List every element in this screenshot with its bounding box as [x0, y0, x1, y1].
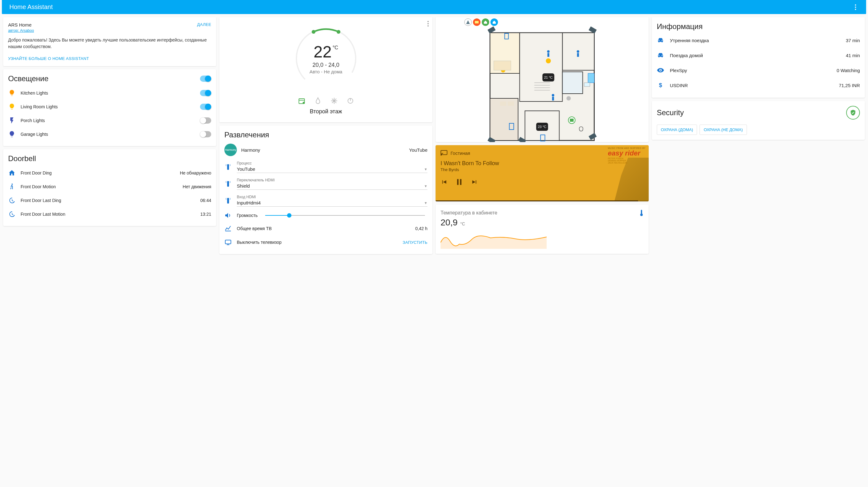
- light-label[interactable]: Living Room Lights: [21, 104, 195, 109]
- light-toggle[interactable]: [200, 104, 211, 110]
- arm-home-button[interactable]: ОХРАНА (ДОМА): [657, 124, 697, 135]
- svg-point-3: [337, 30, 340, 34]
- power-icon[interactable]: [347, 97, 354, 105]
- tv-off-label[interactable]: Выключить телевизор: [237, 240, 398, 245]
- car-icon: [657, 52, 664, 59]
- svg-rect-38: [552, 97, 554, 101]
- welcome-author-link[interactable]: автор: Arsaboo: [8, 28, 34, 33]
- thermostat-dial[interactable]: 22°C 20,0 - 24,0 Авто - Не дома: [292, 24, 360, 93]
- floorplan-card[interactable]: 21 °C 23 °C: [436, 17, 649, 142]
- svg-rect-34: [548, 53, 550, 57]
- svg-rect-20: [475, 21, 478, 23]
- cast-icon[interactable]: [440, 150, 447, 156]
- flame-icon[interactable]: [314, 97, 322, 105]
- run-button[interactable]: ЗАПУСТИТЬ: [403, 240, 428, 245]
- light-label[interactable]: Porch Lights: [21, 118, 195, 123]
- harmony-device-name[interactable]: Harmony: [241, 147, 405, 153]
- lighting-row: Porch Lights: [8, 114, 211, 127]
- chevron-down-icon: ▼: [424, 184, 428, 188]
- security-card: Security ОХРАНА (ДОМА) ОХРАНА (НЕ ДОМА): [652, 101, 865, 140]
- volume-slider[interactable]: [265, 215, 425, 216]
- thermostat-menu-button[interactable]: [428, 21, 429, 27]
- fp-badge-1[interactable]: [464, 19, 472, 26]
- remote-icon: [224, 163, 232, 171]
- doorbell-row: Front Door Motion Нет движения: [8, 180, 211, 194]
- harmony-avatar-icon[interactable]: Harmony: [224, 144, 237, 156]
- info-card: Информация Утренняя поездка 37 min Поезд…: [652, 17, 865, 98]
- light-toggle[interactable]: [200, 131, 211, 137]
- info-row: Утренняя поездка 37 min: [657, 33, 860, 48]
- svg-point-30: [567, 96, 571, 101]
- process-label: Процесс: [237, 161, 428, 166]
- info-row: Поездка домой 41 min: [657, 48, 860, 63]
- thermostat-name[interactable]: Второй этаж: [224, 108, 428, 117]
- history-icon: [8, 210, 16, 218]
- sensor-name[interactable]: Температура в кабинете: [440, 210, 497, 216]
- learn-more-link[interactable]: УЗНАЙТЕ БОЛЬШЕ О HOME ASSISTANT: [8, 56, 89, 61]
- dollar-icon: $: [657, 82, 664, 89]
- topbar-menu-button[interactable]: [852, 2, 859, 12]
- fp-badge-3[interactable]: [482, 19, 489, 26]
- light-label[interactable]: Kitchen Lights: [21, 90, 195, 95]
- welcome-title: ARS Home: [8, 22, 34, 27]
- svg-point-6: [303, 102, 305, 104]
- hdmi-switch-label: Переключатель HDMI: [237, 178, 428, 182]
- svg-rect-61: [460, 179, 461, 185]
- thermostat-temp: 22°C: [314, 42, 338, 61]
- light-label[interactable]: Garage Lights: [21, 132, 195, 137]
- calendar-icon[interactable]: [298, 97, 306, 105]
- lighting-row: Garage Lights: [8, 127, 211, 141]
- next-button[interactable]: ДАЛЕЕ: [197, 22, 211, 27]
- svg-point-37: [552, 94, 554, 96]
- hdmi-in-select[interactable]: InputHdmi4▼: [237, 199, 428, 207]
- doorbell-title: Doorbell: [8, 154, 211, 163]
- svg-rect-56: [500, 102, 506, 106]
- doorbell-label[interactable]: Front Door Motion: [21, 184, 178, 189]
- info-label[interactable]: USDINR: [670, 83, 833, 88]
- doorbell-label[interactable]: Front Door Ding: [21, 170, 175, 175]
- col-2: 22°C 20,0 - 24,0 Авто - Не дома Второй э…: [219, 17, 432, 254]
- lighting-master-toggle[interactable]: [200, 76, 211, 82]
- svg-point-64: [660, 69, 661, 71]
- svg-rect-50: [584, 83, 590, 86]
- light-toggle[interactable]: [200, 117, 211, 124]
- arm-away-button[interactable]: ОХРАНА (НЕ ДОМА): [700, 124, 747, 135]
- doorbell-label[interactable]: Front Door Last Motion: [21, 212, 195, 217]
- media-player-card: MUSIC FROM AND INSPIRED BY easy rider PE…: [436, 145, 649, 201]
- walk-icon: [8, 183, 16, 191]
- info-label[interactable]: PlexSpy: [670, 68, 831, 73]
- sensor-unit: °C: [460, 221, 465, 226]
- media-progress[interactable]: [436, 200, 649, 201]
- light-toggle[interactable]: [200, 90, 211, 96]
- floorplan-temp-2: 23 °C: [538, 125, 547, 128]
- svg-point-35: [577, 50, 579, 53]
- snowflake-icon[interactable]: [331, 97, 338, 105]
- svg-rect-26: [562, 72, 583, 94]
- process-select[interactable]: YouTube▼: [237, 166, 428, 173]
- shield-check-icon[interactable]: [846, 106, 860, 120]
- doorbell-card: Doorbell Front Door Ding Не обнаружено F…: [3, 149, 216, 226]
- thermometer-icon: [639, 209, 644, 216]
- info-label[interactable]: Поездка домой: [670, 53, 840, 58]
- dashboard-grid: ARS Home автор: Arsaboo ДАЛЕЕ Добро пожа…: [0, 14, 868, 257]
- doorbell-value: 06:44: [200, 198, 211, 203]
- doorbell-value: 13:21: [200, 212, 211, 217]
- skip-previous-icon[interactable]: [440, 178, 447, 185]
- tv-time-label[interactable]: Общее время ТВ: [237, 226, 410, 231]
- svg-point-59: [441, 155, 442, 156]
- welcome-card: ARS Home автор: Arsaboo ДАЛЕЕ Добро пожа…: [3, 17, 216, 66]
- info-label[interactable]: Утренняя поездка: [670, 38, 840, 43]
- fp-badge-2[interactable]: [473, 19, 480, 26]
- bulb-icon: [8, 131, 16, 138]
- harmony-source: YouTube: [409, 147, 428, 153]
- pause-icon[interactable]: [455, 178, 464, 187]
- fp-badge-4[interactable]: [491, 19, 498, 26]
- lighting-row: Kitchen Lights: [8, 86, 211, 100]
- info-value: 0 Watching: [837, 68, 860, 73]
- hdmi-switch-select[interactable]: Shield▼: [237, 182, 428, 190]
- skip-next-icon[interactable]: [471, 178, 478, 185]
- doorbell-label[interactable]: Front Door Last Ding: [21, 198, 195, 203]
- thermostat-card: 22°C 20,0 - 24,0 Авто - Не дома Второй э…: [219, 17, 432, 122]
- sensor-value: 20,9: [440, 218, 458, 227]
- svg-text:$: $: [659, 82, 662, 88]
